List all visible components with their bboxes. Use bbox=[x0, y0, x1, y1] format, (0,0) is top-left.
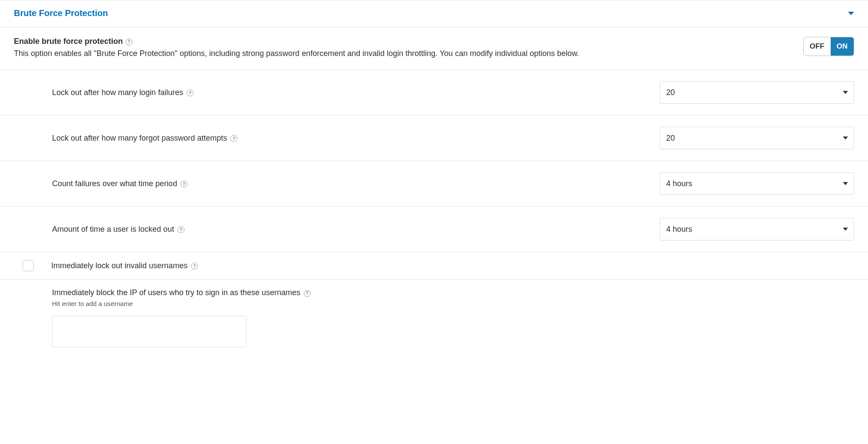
enable-label-text: Enable brute force protection bbox=[14, 37, 123, 46]
help-icon[interactable]: ? bbox=[191, 263, 198, 270]
count-period-label: Count failures over what time period ? bbox=[52, 179, 660, 188]
lockout-time-row: Amount of time a user is locked out ? 4 … bbox=[0, 207, 868, 252]
forgot-password-select[interactable]: 20 bbox=[660, 127, 854, 149]
help-icon[interactable]: ? bbox=[304, 290, 311, 297]
login-failures-select-wrap: 20 bbox=[660, 81, 854, 104]
login-failures-value: 20 bbox=[666, 88, 675, 97]
panel-header[interactable]: Brute Force Protection bbox=[0, 0, 868, 27]
forgot-password-value: 20 bbox=[666, 134, 675, 143]
help-icon[interactable]: ? bbox=[230, 135, 237, 142]
help-icon[interactable]: ? bbox=[181, 181, 187, 187]
forgot-password-row: Lock out after how many forgot password … bbox=[0, 115, 868, 161]
lockout-invalid-usernames-checkbox[interactable] bbox=[23, 260, 34, 271]
block-ip-usernames-input[interactable] bbox=[52, 316, 247, 347]
count-period-value: 4 hours bbox=[666, 179, 692, 188]
lockout-invalid-usernames-label: Immediately lock out invalid usernames ? bbox=[51, 261, 198, 270]
forgot-password-label: Lock out after how many forgot password … bbox=[52, 134, 660, 143]
enable-label: Enable brute force protection ? bbox=[14, 37, 132, 46]
enable-toggle[interactable]: OFF ON bbox=[803, 37, 855, 56]
help-icon[interactable]: ? bbox=[187, 89, 194, 96]
lockout-time-select[interactable]: 4 hours bbox=[660, 218, 854, 240]
count-period-select[interactable]: 4 hours bbox=[660, 172, 854, 195]
help-icon[interactable]: ? bbox=[178, 226, 184, 233]
lockout-time-select-wrap: 4 hours bbox=[660, 218, 854, 240]
login-failures-row: Lock out after how many login failures ?… bbox=[0, 70, 868, 115]
enable-description: This option enables all "Brute Force Pro… bbox=[14, 48, 793, 59]
count-period-row: Count failures over what time period ? 4… bbox=[0, 161, 868, 207]
lockout-time-value: 4 hours bbox=[666, 225, 692, 234]
login-failures-label: Lock out after how many login failures ? bbox=[52, 88, 660, 97]
block-ip-usernames-hint: Hit enter to add a username bbox=[52, 300, 854, 307]
toggle-on[interactable]: ON bbox=[831, 37, 854, 56]
enable-text: Enable brute force protection ? This opt… bbox=[14, 37, 803, 59]
toggle-off[interactable]: OFF bbox=[804, 37, 831, 56]
chevron-down-icon bbox=[848, 12, 854, 15]
lockout-invalid-usernames-row: Immediately lock out invalid usernames ? bbox=[0, 252, 868, 280]
count-period-select-wrap: 4 hours bbox=[660, 172, 854, 195]
block-ip-usernames-section: Immediately block the IP of users who tr… bbox=[0, 280, 868, 359]
forgot-password-select-wrap: 20 bbox=[660, 127, 854, 149]
login-failures-select[interactable]: 20 bbox=[660, 81, 854, 104]
enable-row: Enable brute force protection ? This opt… bbox=[0, 27, 868, 70]
brute-force-panel: Brute Force Protection Enable brute forc… bbox=[0, 0, 868, 359]
panel-title: Brute Force Protection bbox=[14, 8, 108, 18]
help-icon[interactable]: ? bbox=[125, 39, 132, 46]
block-ip-usernames-label: Immediately block the IP of users who tr… bbox=[52, 288, 854, 297]
lockout-time-label: Amount of time a user is locked out ? bbox=[52, 225, 660, 234]
